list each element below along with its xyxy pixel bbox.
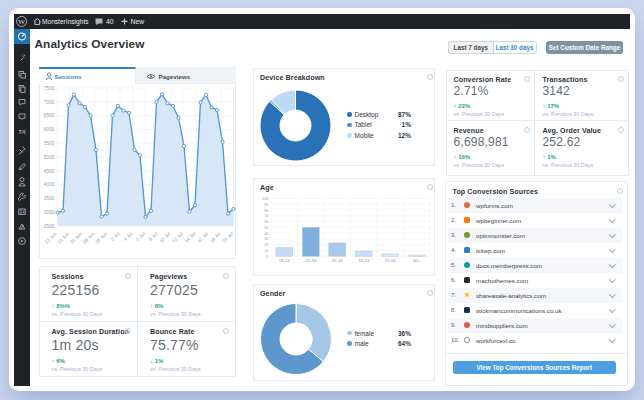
- svg-text:22 Jun: 22 Jun: [43, 231, 57, 245]
- svg-text:90: 90: [264, 202, 269, 207]
- svg-text:24 Jun: 24 Jun: [56, 231, 70, 245]
- svg-text:25-34: 25-34: [305, 258, 317, 263]
- svg-text:20: 20: [264, 242, 269, 247]
- svg-text:3500: 3500: [43, 196, 54, 201]
- svg-text:7500: 7500: [43, 86, 54, 91]
- svg-text:40: 40: [264, 231, 269, 236]
- svg-text:100: 100: [262, 196, 269, 201]
- svg-text:7000: 7000: [43, 100, 54, 105]
- svg-text:5500: 5500: [43, 141, 54, 146]
- svg-text:6 Jul: 6 Jul: [135, 231, 146, 242]
- svg-text:4000: 4000: [43, 182, 54, 187]
- svg-text:30: 30: [264, 236, 269, 241]
- svg-text:80: 80: [264, 208, 269, 213]
- svg-text:4 Jul: 4 Jul: [122, 231, 133, 242]
- svg-text:W: W: [18, 18, 25, 26]
- svg-text:50: 50: [264, 225, 269, 230]
- svg-text:12 Jul: 12 Jul: [171, 231, 184, 244]
- svg-text:8 Jul: 8 Jul: [147, 231, 158, 242]
- svg-text:21 Jul: 21 Jul: [221, 231, 234, 244]
- svg-text:14 Jul: 14 Jul: [183, 231, 196, 244]
- svg-text:10 Jul: 10 Jul: [158, 231, 171, 244]
- svg-text:16 Jul: 16 Jul: [196, 231, 209, 244]
- svg-text:3000: 3000: [43, 210, 54, 215]
- svg-text:5000: 5000: [43, 155, 54, 160]
- svg-text:TA: TA: [18, 129, 26, 135]
- svg-text:18 Jul: 18 Jul: [209, 231, 222, 244]
- svg-text:45-54: 45-54: [358, 258, 370, 263]
- svg-text:35-44: 35-44: [331, 258, 343, 263]
- svg-text:10: 10: [264, 248, 269, 253]
- svg-text:Pageviews: Pageviews: [159, 73, 191, 80]
- svg-text:MonsterInsights: MonsterInsights: [42, 18, 89, 26]
- svg-text:26 Jun: 26 Jun: [69, 231, 83, 245]
- svg-text:0: 0: [266, 254, 269, 259]
- svg-text:6500: 6500: [43, 113, 54, 118]
- svg-text:2500: 2500: [43, 224, 54, 229]
- svg-text:30 Jun: 30 Jun: [94, 231, 108, 245]
- svg-text:40: 40: [106, 18, 114, 25]
- svg-text:65+: 65+: [413, 258, 421, 263]
- svg-text:60: 60: [264, 219, 269, 224]
- svg-text:28 Jun: 28 Jun: [81, 231, 95, 245]
- svg-text:New: New: [131, 18, 145, 25]
- svg-text:Sessions: Sessions: [55, 73, 83, 80]
- svg-text:70: 70: [264, 213, 269, 218]
- svg-text:6000: 6000: [43, 127, 54, 132]
- svg-text:18-24: 18-24: [278, 258, 290, 263]
- svg-text:55-64: 55-64: [384, 258, 396, 263]
- svg-text:2 Jul: 2 Jul: [110, 231, 121, 242]
- svg-text:4500: 4500: [43, 169, 54, 174]
